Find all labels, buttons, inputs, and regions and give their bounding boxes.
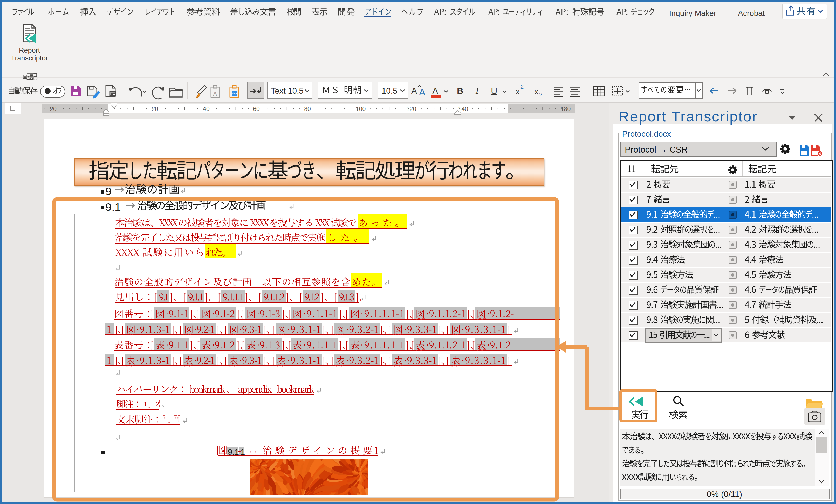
svg-text:A: A	[213, 90, 217, 98]
